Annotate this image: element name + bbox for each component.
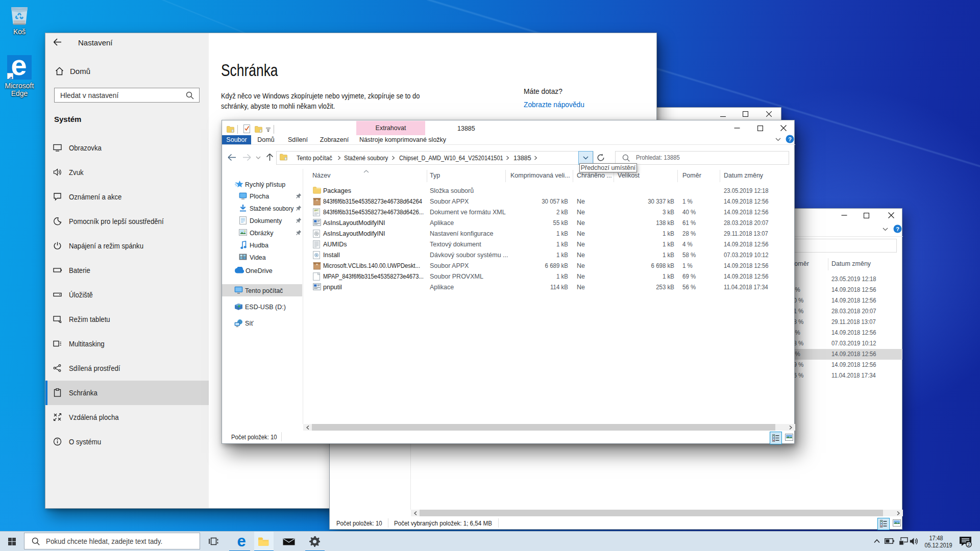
svg-text:?: ? xyxy=(896,226,899,232)
svg-text:e: e xyxy=(11,55,27,80)
svg-text:?: ? xyxy=(788,136,792,142)
svg-text:2: 2 xyxy=(967,542,970,547)
